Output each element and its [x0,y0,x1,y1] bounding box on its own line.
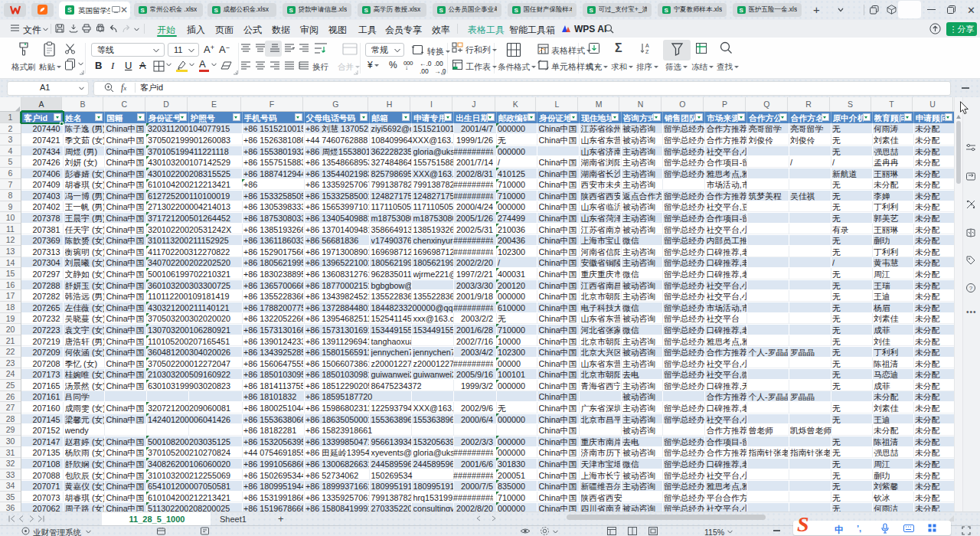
svg-text:Z: Z [645,49,649,54]
svg-text:A: A [645,43,649,48]
svg-text:?: ? [969,285,973,292]
